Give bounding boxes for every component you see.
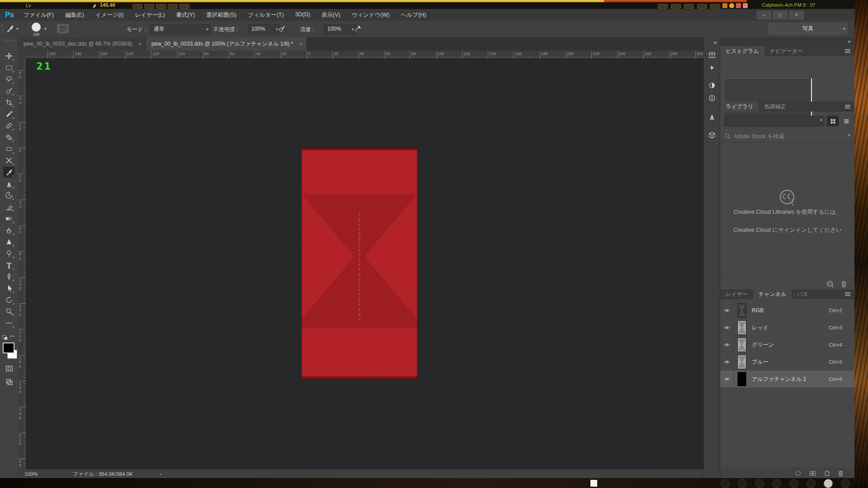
tab-hist-tabs-1[interactable]: ナビゲーター (764, 46, 808, 56)
type-tool[interactable] (3, 260, 15, 271)
quick-select-tool[interactable] (3, 85, 15, 96)
channel-row-レッド[interactable]: レッドCtrl+3 (720, 319, 855, 337)
more-options-tool[interactable] (3, 318, 15, 328)
quick-mask-button[interactable] (3, 363, 15, 373)
menu-help[interactable]: ヘルプ(H) (401, 11, 426, 19)
eye-icon[interactable] (720, 319, 734, 336)
menu-file[interactable]: ファイル(F) (24, 11, 54, 19)
panel-menu-icon[interactable] (844, 48, 851, 54)
lasso-tool[interactable] (3, 74, 15, 84)
menu-filter[interactable]: フィルター(T) (248, 11, 284, 19)
3d-panel-panel-icon[interactable] (707, 130, 717, 141)
pen-tool[interactable] (3, 271, 15, 282)
tab-hist-tabs-0[interactable]: ヒストグラム (720, 46, 764, 56)
content-aware-move-tool[interactable] (3, 155, 15, 166)
ruler-origin-corner[interactable] (18, 51, 26, 59)
sharpen-tool[interactable] (3, 236, 15, 247)
channel-row-ブルー[interactable]: ブルーCtrl+5 (720, 353, 855, 371)
menu-type[interactable]: 書式(Y) (176, 11, 195, 19)
menu-window[interactable]: ウィンドウ(W) (352, 11, 390, 19)
menu-edit[interactable]: 編集(E) (65, 11, 84, 19)
brush-picker-chevron-icon[interactable]: ▾ (44, 26, 47, 31)
actions-play-panel-icon[interactable] (707, 62, 717, 73)
workspace-select[interactable]: 写真 ▾ (769, 23, 847, 34)
library-collection-select[interactable]: ▾ (724, 116, 824, 127)
tab-close-icon[interactable]: × (138, 41, 142, 47)
opacity-select[interactable]: 100% ▾ (248, 24, 280, 34)
patch-tool[interactable] (3, 144, 15, 155)
menu-image[interactable]: イメージ(I) (95, 11, 124, 19)
library-grid-view-button[interactable] (827, 116, 839, 127)
load-selection-button[interactable] (793, 469, 803, 478)
maximize-button[interactable]: □ (773, 11, 788, 19)
status-options-chevron[interactable]: › (133, 471, 162, 477)
tab-chan-tabs-2[interactable]: パス (792, 289, 814, 299)
spot-healing-tool[interactable] (3, 120, 15, 131)
blend-mode-select[interactable]: 通常 ▾ (150, 24, 210, 34)
tab-close-icon[interactable]: × (299, 41, 302, 47)
document-tab-2[interactable]: pew_00_lb_0033.dds @ 100% (アルファチャンネル 1/8… (146, 37, 307, 51)
toolbar-grip[interactable] (4, 40, 14, 42)
history-brush-tool[interactable] (3, 190, 15, 201)
trash-icon[interactable] (840, 280, 848, 288)
channel-row-アルファチャンネル-1[interactable]: アルファチャンネル 1Ctrl+6 (720, 371, 855, 388)
brush-preview-circle[interactable] (32, 23, 41, 32)
default-swap-colors-mini[interactable] (2, 333, 16, 340)
photoshop-logo[interactable]: Ps (0, 11, 19, 19)
cc-sync-icon[interactable] (826, 280, 834, 288)
tab-lib-tabs-1[interactable]: 色調補正 (759, 102, 791, 112)
menu-3d[interactable]: 3D(D) (295, 11, 310, 19)
eye-icon[interactable] (720, 336, 734, 353)
eyedropper-tool[interactable] (3, 109, 15, 120)
panel-menu-icon[interactable] (844, 291, 851, 297)
menu-view[interactable]: 表示(V) (321, 11, 340, 19)
opacity-pressure-icon[interactable] (278, 25, 286, 32)
library-list-view-button[interactable] (840, 116, 852, 127)
flow-select[interactable]: 100% ▾ (324, 24, 356, 34)
eye-icon[interactable] (720, 371, 734, 388)
collapse-panels-icon[interactable]: » (848, 38, 851, 45)
minimize-button[interactable]: – (757, 11, 771, 19)
tool-preset-chevron-icon[interactable]: ▾ (16, 26, 19, 31)
toggle-brush-panel-button[interactable] (57, 24, 69, 33)
eye-icon[interactable] (720, 353, 734, 371)
new-channel-button[interactable] (821, 469, 832, 478)
dodge-tool[interactable] (3, 248, 15, 259)
airbrush-icon[interactable] (354, 25, 362, 32)
menu-layer[interactable]: レイヤー(L) (135, 11, 165, 19)
save-selection-button[interactable] (807, 469, 818, 478)
tab-chan-tabs-1[interactable]: チャンネル (753, 289, 792, 299)
adjustments-panel-icon[interactable] (707, 80, 717, 91)
document-image[interactable] (302, 148, 417, 379)
foreground-color-chip[interactable] (3, 343, 14, 353)
eraser-tool[interactable] (3, 202, 15, 212)
channel-row-グリーン[interactable]: グリーンCtrl+4 (720, 336, 855, 354)
clone-stamp-tool[interactable] (3, 178, 15, 189)
screen-mode-button[interactable] (3, 377, 15, 387)
healing-brush-tool[interactable] (3, 132, 15, 143)
rect-marquee-tool[interactable] (3, 62, 15, 73)
crop-tool[interactable] (3, 97, 15, 108)
current-tool-icon[interactable] (6, 24, 14, 33)
canvas-area[interactable]: 21 (26, 58, 703, 469)
document-tab-1[interactable]: pew_00_lb_0033_dec.dds @ 66.7% (RGB/8)× (18, 37, 146, 51)
zoom-level-field[interactable]: 100% (18, 471, 50, 477)
zoom-tool[interactable] (3, 306, 15, 317)
clone-source-panel-icon[interactable] (707, 111, 717, 122)
channel-row-rgb[interactable]: RGBCtrl+2 (720, 302, 855, 319)
move-tool[interactable] (3, 51, 15, 61)
stock-search-field[interactable]: Adobe Stock を検索 ▾ (720, 130, 855, 143)
smudge-tool[interactable] (3, 225, 15, 236)
expand-panels-icon[interactable]: » (714, 39, 717, 46)
rotate-view-tool[interactable] (3, 295, 15, 305)
panel-menu-icon[interactable] (844, 103, 851, 110)
menu-select[interactable]: 選択範囲(S) (206, 11, 236, 19)
delete-channel-button[interactable] (835, 469, 846, 478)
gradient-tool[interactable] (3, 213, 15, 224)
close-button[interactable]: × (789, 11, 804, 19)
path-select-tool[interactable] (3, 283, 15, 294)
brush-tool[interactable] (3, 167, 15, 178)
tab-chan-tabs-0[interactable]: レイヤー (720, 289, 753, 299)
eye-icon[interactable] (720, 302, 734, 319)
panel-grid-panel-icon[interactable] (707, 50, 717, 61)
